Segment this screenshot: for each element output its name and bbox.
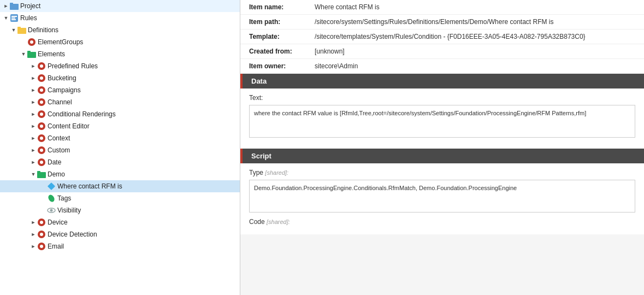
tree-arrow-elements [20,50,27,58]
tree-item-elementgroups[interactable]: ElementGroups [0,36,240,48]
tree-arrow-demo [29,170,37,178]
text-field-value[interactable]: where the contact RFM value is [RfmId,Tr… [249,105,635,138]
tree-item-bucketing[interactable]: Bucketing [0,72,240,84]
tree-arrow-contenteditor [29,122,37,130]
template-label: Template: [249,33,315,40]
tree-arrow-conditionalrenderings [29,110,37,118]
svg-rect-11 [27,51,31,52]
tree-item-definitions[interactable]: Definitions [0,24,240,36]
tree-label-predefinedrules: Predefined Rules [48,62,98,70]
svg-rect-30 [37,172,46,178]
tree-item-contenteditor[interactable]: Content Editor [0,120,240,132]
tree-label-visibility: Visibility [57,206,81,214]
svg-rect-1 [10,3,13,4]
tree-label-devicedetection: Device Detection [48,231,97,238]
svg-point-39 [40,233,43,236]
tree-label-demo: Demo [48,170,65,178]
tree-item-elements[interactable]: Elements [0,48,240,60]
tree-label-definitions: Definitions [28,26,58,34]
tree-item-devicedetection[interactable]: Device Detection [0,228,240,240]
red-gear9-icon [37,146,46,155]
template-row: Template: /sitecore/templates/System/Rul… [240,30,644,44]
tree-label-rules: Rules [20,14,37,22]
svg-point-15 [40,76,43,80]
tree-arrow-rules [2,14,10,22]
tree-label-wherecontact: Where contact RFM is [57,182,122,190]
eye-gray-icon [47,206,56,215]
red-gear8-icon [37,134,46,143]
type-shared-badge: [shared]: [265,169,288,176]
tree-item-email[interactable]: Email [0,240,240,252]
item-name-label: Item name: [249,3,315,11]
svg-point-33 [47,194,56,203]
tree-label-contenteditor: Content Editor [48,122,90,130]
svg-point-27 [40,149,43,152]
tree-label-device: Device [48,219,68,226]
svg-point-21 [40,113,43,116]
tree-label-conditionalrenderings: Conditional Renderings [48,110,116,118]
tree-arrow-visibility [39,206,47,214]
created-from-label: Created from: [249,48,315,55]
svg-rect-5 [11,19,16,20]
tree-item-rules[interactable]: Rules [0,12,240,24]
red-gear12-icon [37,230,46,239]
item-owner-label: Item owner: [249,62,315,70]
tree-label-date: Date [48,158,61,166]
tree-item-context[interactable]: Context [0,132,240,144]
detail-panel: Item name: Where contact RFM is Item pat… [240,0,644,295]
tree-item-campaigns[interactable]: Campaigns [0,84,240,96]
tree-arrow-device [29,219,37,226]
tree-item-custom[interactable]: Custom [0,144,240,156]
tree-label-context: Context [48,134,70,142]
tree-item-conditionalrenderings[interactable]: Conditional Renderings [0,108,240,120]
tree-arrow-context [29,134,37,142]
tree-arrow-wherecontact [39,182,47,190]
red-gear4-icon [37,86,46,95]
tree-item-visibility[interactable]: Visibility [0,204,240,216]
tree-panel: Project Rules Definitions [0,0,240,295]
red-gear5-icon [37,98,46,107]
red-gear7-icon [37,122,46,131]
item-path-row: Item path: /sitecore/system/Settings/Rul… [240,15,644,30]
svg-point-41 [40,245,43,248]
type-field-value[interactable]: Demo.Foundation.ProcessingEngine.Conditi… [249,180,635,213]
svg-rect-32 [48,182,55,190]
tree-label-tags: Tags [57,194,71,202]
svg-rect-31 [37,171,40,173]
tree-container: Project Rules Definitions [0,0,240,252]
item-name-row: Item name: Where contact RFM is [240,0,644,15]
code-shared-badge: [shared]: [267,219,290,225]
folder-green-icon [27,50,36,58]
tree-item-project[interactable]: Project [0,0,240,12]
text-field-label: Text: [249,94,635,102]
tree-item-date[interactable]: Date [0,156,240,168]
red-gear10-icon [37,158,46,167]
info-table: Item name: Where contact RFM is Item pat… [240,0,644,74]
svg-point-37 [40,221,43,224]
tree-arrow-predefinedrules [29,62,37,70]
leaf-green-icon [47,194,56,203]
tree-label-elementgroups: ElementGroups [38,38,83,46]
tree-item-channel[interactable]: Channel [0,96,240,108]
script-section-header: Script [240,149,644,163]
tree-arrow-custom [29,146,37,154]
tree-arrow-bucketing [29,74,37,82]
tree-item-tags[interactable]: Tags [0,192,240,204]
svg-rect-3 [11,16,17,17]
tree-arrow-tags [39,194,47,202]
svg-point-17 [40,88,43,92]
tree-item-wherecontact[interactable]: Where contact RFM is [0,180,240,192]
tree-arrow-devicedetection [29,231,37,238]
red-gear2-icon [37,62,46,70]
type-field-label: Type [shared]: [249,169,635,176]
svg-point-13 [40,64,43,68]
svg-point-29 [40,161,43,164]
tree-label-custom: Custom [48,146,70,154]
tree-item-device[interactable]: Device [0,216,240,228]
rules-icon [10,14,19,22]
tree-item-demo[interactable]: Demo [0,168,240,180]
type-label: Type [249,169,263,176]
tree-item-predefinedrules[interactable]: Predefined Rules [0,60,240,72]
folder-open-icon [17,26,26,34]
svg-rect-7 [17,27,21,28]
